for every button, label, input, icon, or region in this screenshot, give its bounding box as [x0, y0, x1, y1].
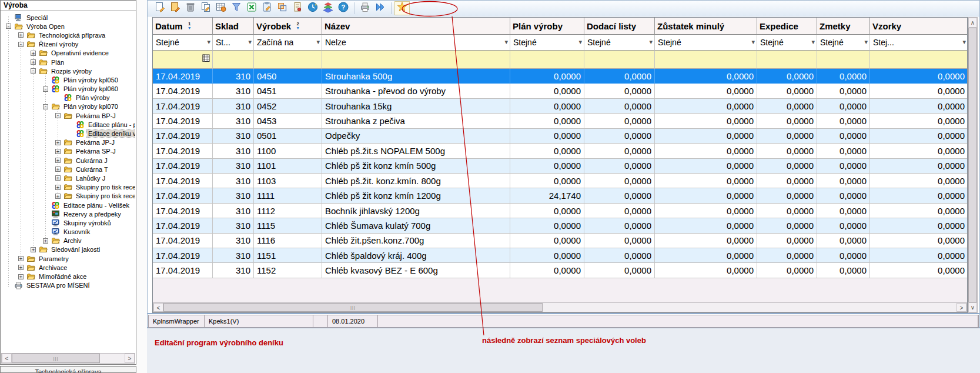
special-star-button[interactable]	[394, 1, 410, 15]
filter-dropdown[interactable]: Stejné▾	[817, 35, 870, 51]
column-header[interactable]: Zůstatek minulý	[655, 18, 757, 35]
expand-icon[interactable]: +	[18, 265, 24, 270]
scroll-right-icon[interactable]: >	[125, 354, 135, 363]
column-header[interactable]: Název	[322, 18, 510, 35]
quick-search-cell[interactable]	[254, 51, 322, 69]
tree-item[interactable]: +Mimořádné akce	[1, 272, 135, 281]
table-row[interactable]: 17.04.20193101103Chléb pš.žit. konz.kmín…	[153, 174, 967, 188]
tree-item[interactable]: +Pekárna JP-J	[1, 138, 135, 147]
grid-horizontal-scrollbar[interactable]: < ||| >	[153, 302, 967, 312]
tree-item[interactable]: Kusovník	[1, 228, 135, 237]
chevron-down-icon[interactable]: ▾	[811, 38, 815, 46]
filter-dropdown[interactable]: Stejné▾	[655, 35, 757, 51]
collapse-icon[interactable]: -	[6, 24, 11, 29]
tree-item[interactable]: Plán výroby kpl050	[1, 75, 135, 84]
edit-cell-button[interactable]	[259, 1, 275, 15]
tree-item[interactable]: +Skupiny pro tisk receptur 1	[1, 192, 135, 201]
tree-item[interactable]: Editace plánu - pek01J	[1, 120, 135, 129]
edit-record-button[interactable]	[168, 1, 183, 15]
tree-item[interactable]: Rezervy a předpeky	[1, 209, 135, 218]
table-row[interactable]: 17.04.20193100501Odpečky0,00000,00000,00…	[153, 129, 967, 144]
chevron-down-icon[interactable]: ▾	[316, 38, 320, 46]
quick-search-cell[interactable]	[655, 51, 757, 69]
tree-item[interactable]: +Plán	[1, 58, 135, 66]
tree-item[interactable]: +Archiv	[1, 237, 135, 245]
tree-item[interactable]: Editace plánu - Velíšek	[1, 201, 135, 209]
expand-icon[interactable]: +	[55, 140, 61, 145]
scroll-left-icon[interactable]: <	[2, 354, 12, 363]
copy-special-button[interactable]	[275, 1, 290, 15]
quick-search-cell[interactable]	[213, 51, 254, 69]
table-row[interactable]: 17.04.20193101151Chléb špaldový kráj. 40…	[153, 248, 967, 263]
table-row[interactable]: 17.04.20193101100Chléb pš.žit.s NOPALEM …	[153, 144, 967, 158]
print-button[interactable]	[357, 1, 373, 15]
collapse-icon[interactable]: -	[18, 42, 24, 47]
expand-icon[interactable]: +	[31, 247, 36, 252]
filter-dropdown[interactable]: Stejné▾	[584, 35, 655, 51]
scrollbar-thumb[interactable]: |||	[163, 303, 543, 312]
quick-search-cell[interactable]	[510, 51, 584, 69]
filter-dropdown[interactable]: Stejné▾	[153, 35, 213, 51]
tree-item[interactable]: Speciál	[1, 13, 135, 22]
column-header[interactable]: Vzorky	[870, 18, 968, 35]
quick-search-cell[interactable]	[322, 51, 510, 69]
column-header[interactable]: Dodací listy	[584, 18, 655, 35]
table-row[interactable]: 17.04.20193100451Strouhanka - převod do …	[153, 84, 967, 98]
quick-search-cell[interactable]	[757, 51, 817, 69]
tree-item[interactable]: -Rozpis výroby	[1, 66, 135, 75]
tree-item[interactable]: +Cukrárna T	[1, 165, 135, 174]
expand-icon[interactable]: +	[18, 256, 24, 261]
expand-icon[interactable]: +	[55, 175, 61, 181]
chevron-down-icon[interactable]: ▾	[864, 38, 868, 46]
table-row[interactable]: 17.04.20193100453Strouhanka z pečiva0,00…	[153, 114, 967, 128]
tree-item[interactable]: +Operativní evidence	[1, 49, 135, 58]
grid-picker-icon[interactable]	[202, 54, 210, 65]
tree-item[interactable]: +Cukrárna J	[1, 156, 135, 165]
expand-icon[interactable]: +	[43, 238, 48, 244]
expand-icon[interactable]: +	[55, 149, 61, 154]
tree-item[interactable]: -Plán výroby kpl060	[1, 85, 135, 94]
expand-icon[interactable]: +	[18, 274, 24, 279]
tree-item[interactable]: +Technologická příprava	[1, 31, 135, 39]
protocol-button[interactable]	[290, 1, 305, 15]
chevron-down-icon[interactable]: ▾	[649, 38, 653, 46]
scrollbar-thumb[interactable]	[968, 28, 977, 302]
table-row[interactable]: 17.04.20193101101Chléb pš žit konz kmín …	[153, 159, 967, 174]
quick-search-cell[interactable]	[153, 51, 213, 69]
quick-search-cell[interactable]	[870, 51, 968, 69]
filter-button[interactable]	[229, 1, 244, 15]
filter-dropdown[interactable]: Stejné▾	[510, 35, 584, 51]
chevron-down-icon[interactable]: ▾	[248, 38, 252, 46]
quick-search-cell[interactable]	[584, 51, 655, 69]
table-row[interactable]: 17.04.20193100452Strouhanka 15kg0,00000,…	[153, 99, 967, 114]
help-button[interactable]: ?	[336, 1, 351, 15]
tree-item[interactable]: Editace deníku výroby	[1, 129, 135, 138]
tree-item[interactable]: -Řízení výroby	[1, 40, 135, 49]
column-header[interactable]: Sklad	[213, 18, 254, 35]
chevron-down-icon[interactable]: ▾	[962, 38, 966, 46]
table-row[interactable]: 17.04.20193101116Chléb žit.pšen.konz.700…	[153, 234, 967, 248]
tree-item[interactable]: +Pekárna SP-J	[1, 147, 135, 156]
tree-item[interactable]: -Výroba Open	[1, 22, 135, 31]
collapse-icon[interactable]: -	[43, 104, 48, 109]
chevron-down-icon[interactable]: ▾	[207, 38, 210, 46]
column-header[interactable]: Datum1▼	[153, 18, 213, 35]
tree-item[interactable]: -Pekárna BP-J	[1, 111, 135, 120]
tree-item[interactable]: +Archivace	[1, 263, 135, 272]
filter-dropdown[interactable]: Začíná na▾	[254, 35, 322, 51]
column-header[interactable]: Výrobek2▼	[254, 18, 322, 35]
table-row[interactable]: 17.04.20193101152Chléb kvasový BEZ - E 6…	[153, 263, 967, 278]
scroll-right-icon[interactable]: >	[956, 303, 966, 312]
collapse-icon[interactable]: -	[31, 68, 36, 74]
expand-icon[interactable]: +	[55, 194, 61, 199]
tree-item[interactable]: Plán výroby	[1, 94, 135, 102]
chevron-down-icon[interactable]: ▾	[504, 38, 508, 46]
tree-horizontal-scrollbar[interactable]: < ||| >	[1, 353, 135, 364]
scrollbar-thumb[interactable]: |||	[12, 354, 100, 363]
fast-forward-button[interactable]	[373, 1, 388, 15]
tree-item[interactable]: +Parametry	[1, 254, 135, 263]
scrollbar-track[interactable]	[543, 303, 956, 312]
column-header[interactable]: Expedice	[757, 18, 817, 35]
scroll-left-icon[interactable]: <	[153, 303, 163, 312]
excel-export-button[interactable]	[244, 1, 259, 15]
